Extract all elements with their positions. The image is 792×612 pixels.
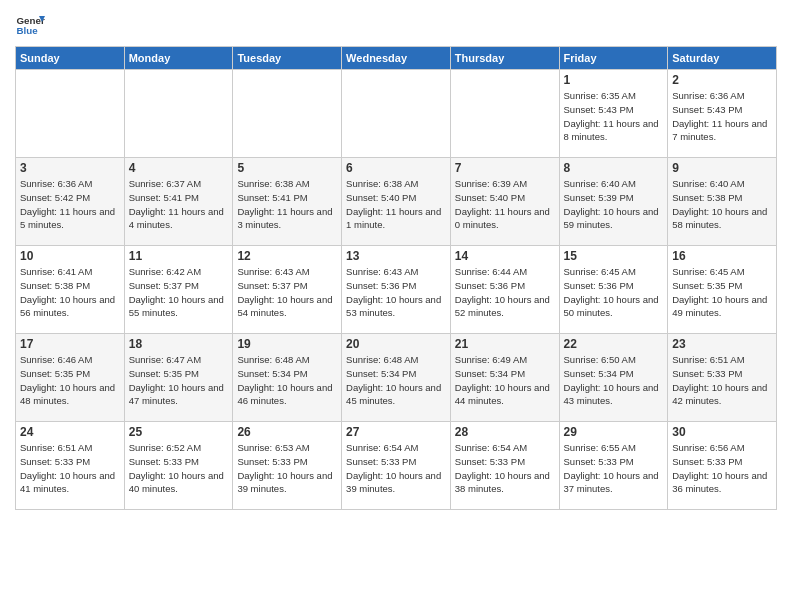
day-info: Sunrise: 6:50 AMSunset: 5:34 PMDaylight:… — [564, 353, 664, 408]
day-info: Sunrise: 6:38 AMSunset: 5:40 PMDaylight:… — [346, 177, 446, 232]
day-number: 13 — [346, 249, 446, 263]
calendar-day-empty — [16, 70, 125, 158]
svg-text:Blue: Blue — [17, 25, 39, 36]
day-number: 24 — [20, 425, 120, 439]
day-number: 4 — [129, 161, 229, 175]
day-number: 19 — [237, 337, 337, 351]
day-number: 6 — [346, 161, 446, 175]
page-container: General Blue SundayMondayTuesdayWednesda… — [0, 0, 792, 520]
calendar-day-15: 15Sunrise: 6:45 AMSunset: 5:36 PMDayligh… — [559, 246, 668, 334]
day-number: 25 — [129, 425, 229, 439]
day-info: Sunrise: 6:43 AMSunset: 5:37 PMDaylight:… — [237, 265, 337, 320]
calendar-day-23: 23Sunrise: 6:51 AMSunset: 5:33 PMDayligh… — [668, 334, 777, 422]
calendar-day-16: 16Sunrise: 6:45 AMSunset: 5:35 PMDayligh… — [668, 246, 777, 334]
day-number: 16 — [672, 249, 772, 263]
calendar-day-8: 8Sunrise: 6:40 AMSunset: 5:39 PMDaylight… — [559, 158, 668, 246]
day-info: Sunrise: 6:52 AMSunset: 5:33 PMDaylight:… — [129, 441, 229, 496]
day-info: Sunrise: 6:35 AMSunset: 5:43 PMDaylight:… — [564, 89, 664, 144]
calendar-week-row: 3Sunrise: 6:36 AMSunset: 5:42 PMDaylight… — [16, 158, 777, 246]
calendar-day-27: 27Sunrise: 6:54 AMSunset: 5:33 PMDayligh… — [342, 422, 451, 510]
day-number: 15 — [564, 249, 664, 263]
calendar-day-2: 2Sunrise: 6:36 AMSunset: 5:43 PMDaylight… — [668, 70, 777, 158]
calendar-day-10: 10Sunrise: 6:41 AMSunset: 5:38 PMDayligh… — [16, 246, 125, 334]
calendar-day-9: 9Sunrise: 6:40 AMSunset: 5:38 PMDaylight… — [668, 158, 777, 246]
day-number: 8 — [564, 161, 664, 175]
calendar-day-3: 3Sunrise: 6:36 AMSunset: 5:42 PMDaylight… — [16, 158, 125, 246]
calendar-week-row: 10Sunrise: 6:41 AMSunset: 5:38 PMDayligh… — [16, 246, 777, 334]
day-number: 9 — [672, 161, 772, 175]
weekday-header-sunday: Sunday — [16, 47, 125, 70]
day-info: Sunrise: 6:38 AMSunset: 5:41 PMDaylight:… — [237, 177, 337, 232]
weekday-header-saturday: Saturday — [668, 47, 777, 70]
calendar-day-empty — [233, 70, 342, 158]
day-info: Sunrise: 6:54 AMSunset: 5:33 PMDaylight:… — [455, 441, 555, 496]
day-number: 1 — [564, 73, 664, 87]
day-number: 10 — [20, 249, 120, 263]
day-info: Sunrise: 6:51 AMSunset: 5:33 PMDaylight:… — [20, 441, 120, 496]
calendar-day-30: 30Sunrise: 6:56 AMSunset: 5:33 PMDayligh… — [668, 422, 777, 510]
day-info: Sunrise: 6:44 AMSunset: 5:36 PMDaylight:… — [455, 265, 555, 320]
calendar-day-empty — [124, 70, 233, 158]
day-info: Sunrise: 6:55 AMSunset: 5:33 PMDaylight:… — [564, 441, 664, 496]
day-info: Sunrise: 6:36 AMSunset: 5:42 PMDaylight:… — [20, 177, 120, 232]
day-number: 11 — [129, 249, 229, 263]
calendar-table: SundayMondayTuesdayWednesdayThursdayFrid… — [15, 46, 777, 510]
day-info: Sunrise: 6:39 AMSunset: 5:40 PMDaylight:… — [455, 177, 555, 232]
calendar-day-13: 13Sunrise: 6:43 AMSunset: 5:36 PMDayligh… — [342, 246, 451, 334]
day-number: 21 — [455, 337, 555, 351]
calendar-day-21: 21Sunrise: 6:49 AMSunset: 5:34 PMDayligh… — [450, 334, 559, 422]
calendar-week-row: 1Sunrise: 6:35 AMSunset: 5:43 PMDaylight… — [16, 70, 777, 158]
day-info: Sunrise: 6:43 AMSunset: 5:36 PMDaylight:… — [346, 265, 446, 320]
weekday-header-thursday: Thursday — [450, 47, 559, 70]
calendar-day-empty — [450, 70, 559, 158]
day-info: Sunrise: 6:48 AMSunset: 5:34 PMDaylight:… — [346, 353, 446, 408]
weekday-header-monday: Monday — [124, 47, 233, 70]
calendar-day-19: 19Sunrise: 6:48 AMSunset: 5:34 PMDayligh… — [233, 334, 342, 422]
day-info: Sunrise: 6:49 AMSunset: 5:34 PMDaylight:… — [455, 353, 555, 408]
weekday-header-row: SundayMondayTuesdayWednesdayThursdayFrid… — [16, 47, 777, 70]
logo-icon: General Blue — [15, 10, 45, 40]
calendar-day-11: 11Sunrise: 6:42 AMSunset: 5:37 PMDayligh… — [124, 246, 233, 334]
logo: General Blue — [15, 10, 45, 40]
day-number: 26 — [237, 425, 337, 439]
calendar-day-22: 22Sunrise: 6:50 AMSunset: 5:34 PMDayligh… — [559, 334, 668, 422]
day-info: Sunrise: 6:54 AMSunset: 5:33 PMDaylight:… — [346, 441, 446, 496]
calendar-day-4: 4Sunrise: 6:37 AMSunset: 5:41 PMDaylight… — [124, 158, 233, 246]
page-header: General Blue — [15, 10, 777, 40]
day-info: Sunrise: 6:47 AMSunset: 5:35 PMDaylight:… — [129, 353, 229, 408]
day-number: 7 — [455, 161, 555, 175]
day-info: Sunrise: 6:46 AMSunset: 5:35 PMDaylight:… — [20, 353, 120, 408]
day-number: 5 — [237, 161, 337, 175]
calendar-day-26: 26Sunrise: 6:53 AMSunset: 5:33 PMDayligh… — [233, 422, 342, 510]
day-number: 29 — [564, 425, 664, 439]
day-number: 27 — [346, 425, 446, 439]
weekday-header-tuesday: Tuesday — [233, 47, 342, 70]
day-info: Sunrise: 6:48 AMSunset: 5:34 PMDaylight:… — [237, 353, 337, 408]
calendar-day-empty — [342, 70, 451, 158]
calendar-day-24: 24Sunrise: 6:51 AMSunset: 5:33 PMDayligh… — [16, 422, 125, 510]
day-number: 20 — [346, 337, 446, 351]
day-info: Sunrise: 6:36 AMSunset: 5:43 PMDaylight:… — [672, 89, 772, 144]
day-number: 3 — [20, 161, 120, 175]
weekday-header-wednesday: Wednesday — [342, 47, 451, 70]
calendar-day-1: 1Sunrise: 6:35 AMSunset: 5:43 PMDaylight… — [559, 70, 668, 158]
day-info: Sunrise: 6:56 AMSunset: 5:33 PMDaylight:… — [672, 441, 772, 496]
calendar-day-17: 17Sunrise: 6:46 AMSunset: 5:35 PMDayligh… — [16, 334, 125, 422]
day-number: 23 — [672, 337, 772, 351]
calendar-day-28: 28Sunrise: 6:54 AMSunset: 5:33 PMDayligh… — [450, 422, 559, 510]
weekday-header-friday: Friday — [559, 47, 668, 70]
day-number: 2 — [672, 73, 772, 87]
day-info: Sunrise: 6:40 AMSunset: 5:38 PMDaylight:… — [672, 177, 772, 232]
calendar-day-25: 25Sunrise: 6:52 AMSunset: 5:33 PMDayligh… — [124, 422, 233, 510]
day-info: Sunrise: 6:45 AMSunset: 5:35 PMDaylight:… — [672, 265, 772, 320]
calendar-day-12: 12Sunrise: 6:43 AMSunset: 5:37 PMDayligh… — [233, 246, 342, 334]
day-number: 22 — [564, 337, 664, 351]
calendar-day-14: 14Sunrise: 6:44 AMSunset: 5:36 PMDayligh… — [450, 246, 559, 334]
day-number: 28 — [455, 425, 555, 439]
day-info: Sunrise: 6:51 AMSunset: 5:33 PMDaylight:… — [672, 353, 772, 408]
day-info: Sunrise: 6:45 AMSunset: 5:36 PMDaylight:… — [564, 265, 664, 320]
day-number: 12 — [237, 249, 337, 263]
calendar-day-18: 18Sunrise: 6:47 AMSunset: 5:35 PMDayligh… — [124, 334, 233, 422]
day-number: 18 — [129, 337, 229, 351]
calendar-day-5: 5Sunrise: 6:38 AMSunset: 5:41 PMDaylight… — [233, 158, 342, 246]
